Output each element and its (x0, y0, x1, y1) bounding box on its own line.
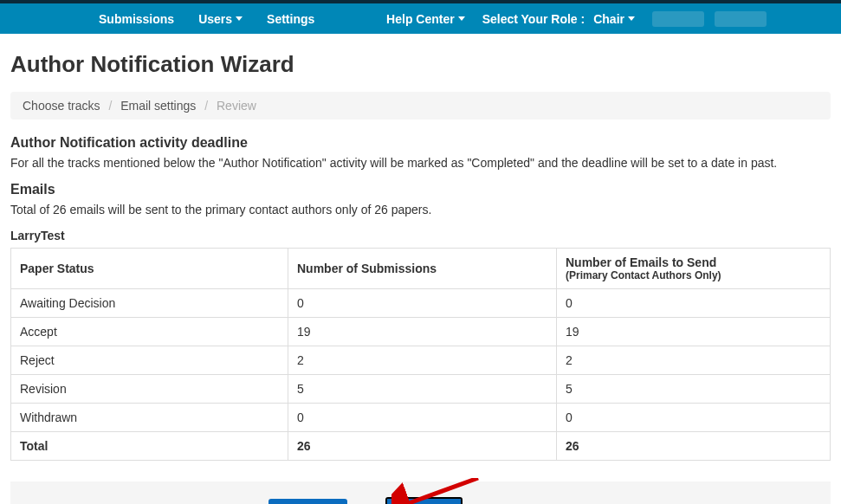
table-cell-subs: 0 (288, 404, 557, 432)
page-title: Author Notification Wizard (10, 51, 831, 78)
caret-down-icon (236, 16, 243, 21)
table-cell-status: Accept (11, 318, 288, 346)
crumb-step2[interactable]: Email settings (120, 99, 196, 113)
table-cell-emails: 0 (557, 404, 831, 432)
table-row: Awaiting Decision00 (11, 289, 831, 318)
footer-bar: Cancel Previous Preview (10, 481, 831, 504)
col-header-status: Paper Status (11, 249, 288, 289)
table-cell-status: Reject (11, 346, 288, 375)
total-label: Total (11, 432, 288, 461)
deadline-text: For all the tracks mentioned below the "… (10, 156, 831, 170)
table-cell-subs: 19 (288, 318, 557, 346)
breadcrumb: Choose tracks / Email settings / Review (10, 92, 831, 120)
nav-role-select[interactable]: Chair (590, 12, 647, 26)
nav-help-center-label: Help Center (386, 12, 455, 26)
table-row: Accept1919 (11, 318, 831, 346)
table-total-row: Total 26 26 (11, 432, 831, 461)
table-row: Reject22 (11, 346, 831, 375)
col-header-emails: Number of Emails to Send (Primary Contac… (557, 249, 831, 289)
table-cell-subs: 2 (288, 346, 557, 375)
nav-role-value: Chair (593, 12, 624, 26)
nav-help-center[interactable]: Help Center (374, 12, 477, 26)
nav-settings-label: Settings (267, 12, 314, 26)
total-emails: 26 (557, 432, 831, 461)
col-header-emails-sub: (Primary Contact Authors Only) (566, 269, 821, 281)
table-cell-emails: 5 (557, 375, 831, 404)
table-header-row: Paper Status Number of Submissions Numbe… (11, 249, 831, 289)
nav-placeholder (715, 11, 767, 27)
table-row: Withdrawn00 (11, 404, 831, 432)
table-cell-emails: 0 (557, 289, 831, 318)
nav-users-label: Users (198, 12, 232, 26)
nav-left: Submissions Users Settings (87, 12, 327, 26)
table-cell-status: Awaiting Decision (11, 289, 288, 318)
total-subs: 26 (288, 432, 557, 461)
emails-text: Total of 26 emails will be sent to the p… (10, 203, 831, 216)
table-cell-emails: 19 (557, 318, 831, 346)
breadcrumb-sep: / (204, 99, 208, 113)
table-cell-status: Revision (11, 375, 288, 404)
col-header-subs: Number of Submissions (288, 249, 557, 289)
crumb-step1[interactable]: Choose tracks (23, 99, 100, 113)
crumb-step3: Review (217, 99, 256, 113)
track-name: LarryTest (10, 229, 831, 242)
col-header-emails-main: Number of Emails to Send (566, 255, 716, 269)
role-label: Select Your Role : (477, 12, 591, 26)
nav-submissions[interactable]: Submissions (87, 12, 186, 26)
nav-placeholder (652, 11, 704, 27)
navbar: Submissions Users Settings Help Center S… (0, 3, 841, 34)
table-cell-emails: 2 (557, 346, 831, 375)
nav-right: Help Center Select Your Role : Chair (374, 11, 772, 27)
caret-down-icon (458, 16, 465, 21)
summary-table: Paper Status Number of Submissions Numbe… (10, 248, 831, 461)
nav-users[interactable]: Users (186, 12, 255, 26)
previous-button[interactable]: Previous (268, 499, 347, 504)
button-group: Previous Preview (260, 497, 463, 504)
preview-button[interactable]: Preview (385, 497, 463, 504)
nav-submissions-label: Submissions (99, 12, 174, 26)
deadline-header: Author Notification activity deadline (10, 135, 831, 151)
table-row: Revision55 (11, 375, 831, 404)
footer-inner: Cancel Previous Preview (187, 497, 463, 504)
table-cell-subs: 5 (288, 375, 557, 404)
emails-header: Emails (10, 182, 831, 197)
content: Author Notification Wizard Choose tracks… (0, 34, 841, 504)
table-cell-subs: 0 (288, 289, 557, 318)
caret-down-icon (628, 16, 635, 21)
table-cell-status: Withdrawn (11, 404, 288, 432)
nav-settings[interactable]: Settings (255, 12, 327, 26)
breadcrumb-sep: / (108, 99, 112, 113)
